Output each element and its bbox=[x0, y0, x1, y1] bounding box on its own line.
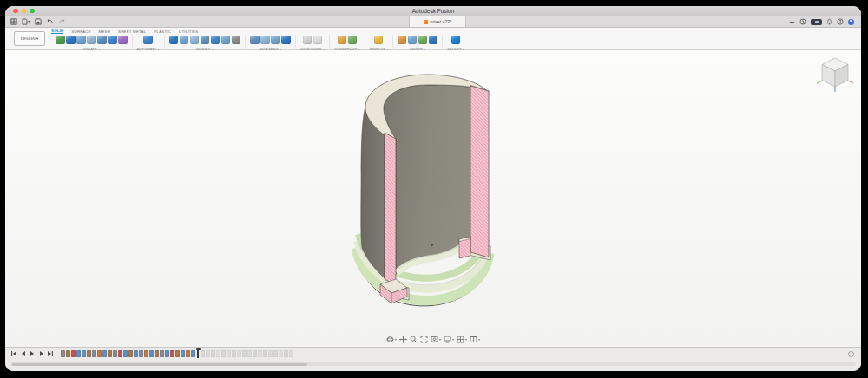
timeline-future-feature-icon[interactable] bbox=[253, 350, 257, 357]
modify-tool-icon[interactable] bbox=[190, 36, 200, 45]
timeline-feature-icon[interactable] bbox=[170, 350, 174, 357]
pan-icon[interactable] bbox=[399, 336, 407, 343]
skip-to-start-icon[interactable] bbox=[10, 350, 17, 357]
zoom-window-icon[interactable] bbox=[431, 336, 438, 343]
timeline-future-feature-icon[interactable] bbox=[279, 350, 283, 357]
timeline-feature-icon[interactable] bbox=[181, 350, 185, 357]
create-tool-icon[interactable] bbox=[56, 36, 65, 45]
timeline-future-feature-icon[interactable] bbox=[289, 350, 293, 357]
assemble-tool-icon[interactable] bbox=[281, 36, 291, 45]
timeline-future-feature-icon[interactable] bbox=[232, 350, 236, 357]
ribbon-tab-utilities[interactable]: UTILITIES bbox=[179, 29, 198, 35]
viewport-canvas[interactable] bbox=[5, 50, 861, 347]
configure-tool-icon[interactable] bbox=[303, 36, 312, 45]
timeline-future-feature-icon[interactable] bbox=[242, 350, 247, 357]
create-tool-icon[interactable] bbox=[76, 36, 86, 45]
timeline-feature-icon[interactable] bbox=[71, 350, 76, 357]
user-avatar[interactable] bbox=[848, 19, 854, 25]
timeline-feature-icon[interactable] bbox=[118, 350, 122, 357]
timeline-future-feature-icon[interactable] bbox=[258, 350, 262, 357]
file-menu-icon[interactable] bbox=[22, 18, 30, 25]
timeline-feature-icon[interactable] bbox=[108, 350, 112, 357]
configure-tool-icon[interactable] bbox=[313, 36, 323, 45]
job-status-badge[interactable] bbox=[811, 19, 822, 25]
timeline-feature-icon[interactable] bbox=[139, 350, 143, 357]
modify-tool-icon[interactable] bbox=[221, 36, 231, 45]
timeline-feature-icon[interactable] bbox=[123, 350, 128, 357]
timeline-feature-icon[interactable] bbox=[128, 350, 133, 357]
step-forward-icon[interactable] bbox=[38, 350, 45, 357]
document-tab[interactable]: mixer v23* bbox=[409, 16, 466, 27]
viewports-icon[interactable] bbox=[470, 336, 477, 343]
construct-tool-icon[interactable] bbox=[348, 36, 358, 45]
timeline-feature-icon[interactable] bbox=[191, 350, 195, 357]
display-settings-icon[interactable] bbox=[444, 336, 451, 343]
timeline-feature-icon[interactable] bbox=[134, 350, 138, 357]
construct-tool-icon[interactable] bbox=[338, 36, 347, 45]
timeline-feature-icon[interactable] bbox=[186, 350, 190, 357]
timeline-future-feature-icon[interactable] bbox=[263, 350, 267, 357]
ribbon-tab-surface[interactable]: SURFACE bbox=[71, 29, 90, 35]
modify-tool-icon[interactable] bbox=[232, 36, 241, 45]
modify-tool-icon[interactable] bbox=[169, 36, 179, 45]
timeline-feature-icon[interactable] bbox=[61, 350, 65, 357]
timeline-feature-icon[interactable] bbox=[144, 350, 148, 357]
skip-to-end-icon[interactable] bbox=[47, 350, 54, 357]
step-back-icon[interactable] bbox=[20, 350, 27, 357]
assemble-tool-icon[interactable] bbox=[250, 36, 260, 45]
fit-icon[interactable] bbox=[420, 336, 428, 343]
timeline-feature-icon[interactable] bbox=[113, 350, 117, 357]
timeline-feature-icon[interactable] bbox=[149, 350, 154, 357]
plus-icon[interactable] bbox=[789, 19, 795, 25]
design-menu-button[interactable]: DESIGN ▾ bbox=[14, 31, 45, 46]
timeline-scrollbar-handle[interactable] bbox=[12, 363, 307, 366]
timeline-future-feature-icon[interactable] bbox=[268, 350, 273, 357]
section-model[interactable] bbox=[352, 69, 503, 321]
create-tool-icon[interactable] bbox=[118, 36, 128, 45]
timeline-marker[interactable] bbox=[197, 349, 199, 358]
data-panel-icon[interactable] bbox=[10, 18, 17, 25]
orbit-icon[interactable] bbox=[386, 336, 394, 343]
play-icon[interactable] bbox=[29, 350, 36, 357]
timeline-future-feature-icon[interactable] bbox=[201, 350, 205, 357]
modify-tool-icon[interactable] bbox=[180, 36, 189, 45]
create-tool-icon[interactable] bbox=[66, 36, 76, 45]
automate-tool-icon[interactable] bbox=[143, 36, 153, 45]
timeline-future-feature-icon[interactable] bbox=[211, 350, 215, 357]
save-icon[interactable] bbox=[35, 18, 42, 25]
modify-tool-icon[interactable] bbox=[211, 36, 220, 45]
timeline-feature-icon[interactable] bbox=[155, 350, 159, 357]
assemble-tool-icon[interactable] bbox=[271, 36, 280, 45]
zoom-icon[interactable] bbox=[410, 336, 418, 343]
timeline-future-feature-icon[interactable] bbox=[273, 350, 278, 357]
grid-snap-icon[interactable] bbox=[457, 336, 464, 343]
ribbon-tab-mesh[interactable]: MESH bbox=[99, 29, 111, 35]
timeline-future-feature-icon[interactable] bbox=[237, 350, 241, 357]
timeline-feature-icon[interactable] bbox=[92, 350, 96, 357]
assemble-tool-icon[interactable] bbox=[260, 36, 270, 45]
ribbon-tab-solid[interactable]: SOLID bbox=[51, 29, 63, 35]
redo-icon[interactable] bbox=[58, 18, 66, 25]
timeline-feature-icon[interactable] bbox=[102, 350, 107, 357]
ribbon-tab-plastic[interactable]: PLASTIC bbox=[154, 29, 171, 35]
timeline-future-feature-icon[interactable] bbox=[221, 350, 226, 357]
timeline-future-feature-icon[interactable] bbox=[247, 350, 252, 357]
ribbon-tab-sheet-metal[interactable]: SHEET METAL bbox=[118, 29, 146, 35]
insert-tool-icon[interactable] bbox=[418, 36, 428, 45]
undo-icon[interactable] bbox=[46, 18, 54, 25]
create-tool-icon[interactable] bbox=[108, 36, 117, 45]
status-circle-icon[interactable] bbox=[848, 351, 854, 357]
timeline-feature-icon[interactable] bbox=[66, 350, 70, 357]
modify-tool-icon[interactable] bbox=[201, 36, 210, 45]
inspect-tool-icon[interactable] bbox=[374, 36, 384, 45]
insert-tool-icon[interactable] bbox=[398, 36, 407, 45]
timeline-scrollbar[interactable] bbox=[10, 362, 856, 366]
timeline-future-feature-icon[interactable] bbox=[227, 350, 231, 357]
timeline-feature-icon[interactable] bbox=[87, 350, 91, 357]
timeline-feature-icon[interactable] bbox=[165, 350, 169, 357]
timeline-future-feature-icon[interactable] bbox=[216, 350, 220, 357]
help-icon[interactable] bbox=[837, 18, 844, 25]
timeline-feature-icon[interactable] bbox=[76, 350, 81, 357]
timeline-future-feature-icon[interactable] bbox=[206, 350, 210, 357]
timeline-feature-icon[interactable] bbox=[97, 350, 102, 357]
